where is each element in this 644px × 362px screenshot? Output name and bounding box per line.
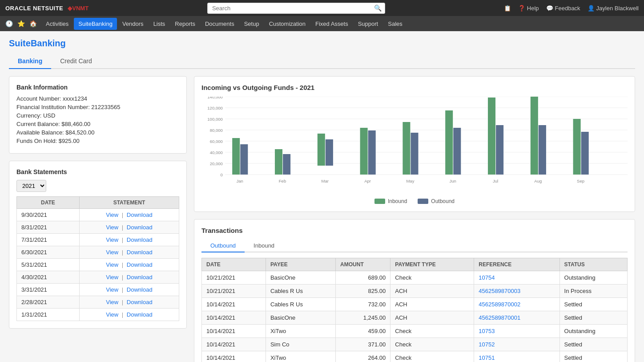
view-link[interactable]: View	[106, 249, 118, 256]
trans-payment-type: Check	[390, 271, 474, 285]
trans-reference[interactable]: 10754	[474, 271, 559, 285]
statement-actions: View | Download	[79, 296, 179, 309]
navbar-item-support[interactable]: Support	[354, 18, 383, 30]
help-link[interactable]: ❓ Help	[518, 5, 539, 12]
navbar-item-activities[interactable]: Activities	[41, 18, 73, 30]
svg-rect-28	[402, 122, 410, 175]
transaction-row: 10/14/2021 XiTwo 459.00 Check 10753 Outs…	[202, 325, 628, 338]
trans-payment-type: ACH	[390, 285, 474, 298]
navbar-item-lists[interactable]: Lists	[149, 18, 170, 30]
trans-reference[interactable]: 10751	[474, 351, 559, 362]
user-menu[interactable]: 👤 Jaylen Blackwell	[588, 5, 639, 12]
navbar-item-documents[interactable]: Documents	[201, 18, 239, 30]
navbar-item-suitebanking[interactable]: SuiteBanking	[74, 18, 117, 30]
page-tabs: Banking Credit Card	[9, 54, 635, 69]
view-link[interactable]: View	[106, 286, 118, 293]
navbar-item-reports[interactable]: Reports	[170, 18, 200, 30]
tab-banking[interactable]: Banking	[9, 54, 51, 69]
navbar-item-setup[interactable]: Setup	[240, 18, 264, 30]
svg-text:Jan: Jan	[237, 179, 243, 183]
trans-amount: 371.00	[336, 338, 390, 351]
reference-link[interactable]: 4562589870003	[479, 288, 520, 294]
statement-row: 2/28/2021 View | Download	[17, 296, 179, 309]
view-link[interactable]: View	[106, 274, 118, 281]
download-link[interactable]: Download	[127, 249, 153, 256]
svg-rect-20	[283, 154, 290, 175]
svg-rect-29	[411, 133, 418, 175]
clock-icon[interactable]: 🕐	[5, 20, 13, 27]
trans-reference[interactable]: 4562589870002	[474, 298, 559, 311]
tab-outbound[interactable]: Outbound	[201, 240, 245, 252]
reference-link[interactable]: 4562589870001	[479, 314, 520, 321]
transaction-tabs: Outbound Inbound	[201, 240, 628, 252]
fin-inst-number-row: Financial Institution Number: 212233565	[16, 104, 179, 110]
svg-text:0: 0	[221, 173, 223, 177]
svg-rect-26	[368, 130, 376, 175]
svg-rect-31	[445, 110, 453, 175]
statement-date: 5/31/2021	[17, 259, 80, 271]
svg-text:Apr: Apr	[364, 179, 371, 183]
year-select-wrapper[interactable]: 2021 2020 2019	[16, 180, 179, 192]
navbar-item-vendors[interactable]: Vendors	[118, 18, 148, 30]
reference-link[interactable]: 10752	[479, 341, 495, 348]
svg-rect-16	[232, 138, 240, 175]
view-link[interactable]: View	[106, 311, 118, 318]
col-date: DATE	[17, 197, 80, 209]
trans-payment-type: Check	[390, 325, 474, 338]
download-link[interactable]: Download	[127, 212, 153, 218]
trans-reference[interactable]: 10752	[474, 338, 559, 351]
oracle-netsuite-logo: ORACLE NETSUITE	[5, 5, 63, 12]
statement-actions: View | Download	[79, 284, 179, 296]
feedback-icon: 💬	[546, 5, 553, 12]
bank-statements-title: Bank Statements	[16, 168, 179, 175]
navbar-item-sales[interactable]: Sales	[383, 18, 407, 30]
reference-link[interactable]: 4562589870002	[479, 301, 520, 308]
trans-payee: Cables R Us	[266, 285, 335, 298]
current-balance-row: Current Balance: $88,460.00	[16, 121, 179, 127]
reference-link[interactable]: 10751	[479, 354, 495, 361]
download-link[interactable]: Download	[127, 274, 153, 281]
trans-reference[interactable]: 10753	[474, 325, 559, 338]
tab-inbound[interactable]: Inbound	[245, 240, 283, 252]
statement-row: 1/31/2021 View | Download	[17, 309, 179, 321]
search-input[interactable]	[207, 3, 385, 14]
svg-rect-38	[539, 125, 546, 175]
view-link[interactable]: View	[106, 236, 118, 243]
separator: |	[122, 286, 125, 293]
download-link[interactable]: Download	[127, 261, 153, 268]
statement-actions: View | Download	[79, 221, 179, 234]
view-link[interactable]: View	[106, 212, 118, 218]
reference-link[interactable]: 10754	[479, 274, 495, 281]
trans-date: 10/14/2021	[202, 338, 266, 351]
trans-payee: XiTwo	[266, 351, 335, 362]
download-link[interactable]: Download	[127, 311, 153, 318]
reference-link[interactable]: 10753	[479, 328, 495, 334]
chart-legend: Inbound Outbound	[201, 198, 628, 204]
statement-actions: View | Download	[79, 309, 179, 321]
download-link[interactable]: Download	[127, 224, 153, 231]
currency-row: Currency: USD	[16, 112, 179, 119]
view-link[interactable]: View	[106, 299, 118, 305]
notification-icon[interactable]: 📋	[504, 5, 511, 12]
feedback-link[interactable]: 💬 Feedback	[546, 5, 580, 12]
view-link[interactable]: View	[106, 261, 118, 268]
view-link[interactable]: View	[106, 224, 118, 231]
trans-reference[interactable]: 4562589870003	[474, 285, 559, 298]
year-select[interactable]: 2021 2020 2019	[16, 180, 46, 192]
search-bar[interactable]: 🔍	[207, 3, 385, 14]
navbar-item-customization[interactable]: Customization	[265, 18, 310, 30]
page-content: SuiteBanking Banking Credit Card Bank In…	[0, 31, 644, 362]
svg-rect-40	[573, 119, 581, 175]
star-icon[interactable]: ⭐	[17, 20, 25, 27]
col-status: STATUS	[559, 258, 627, 271]
svg-text:Feb: Feb	[279, 179, 286, 183]
download-link[interactable]: Download	[127, 299, 153, 305]
download-link[interactable]: Download	[127, 286, 153, 293]
home-icon[interactable]: 🏠	[29, 20, 37, 27]
available-balance-row: Available Balance: $84,520.00	[16, 129, 179, 136]
download-link[interactable]: Download	[127, 236, 153, 243]
main-layout: Bank Information Account Number: xxxx123…	[9, 76, 635, 362]
navbar-item-fixed-assets[interactable]: Fixed Assets	[311, 18, 353, 30]
tab-credit-card[interactable]: Credit Card	[51, 54, 101, 69]
trans-reference[interactable]: 4562589870001	[474, 311, 559, 325]
